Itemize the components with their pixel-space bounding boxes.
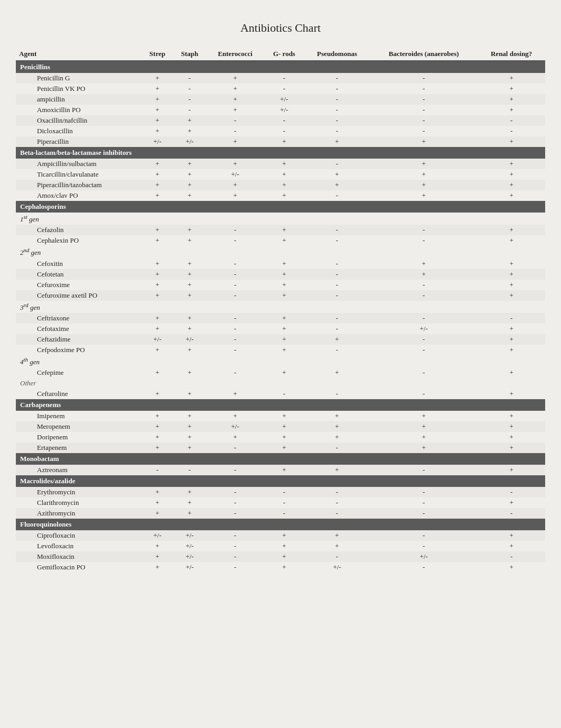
cell-strep: + [142, 73, 173, 84]
cell-strep: + [142, 126, 173, 136]
cell-pseudo: - [304, 84, 370, 94]
cell-pseudo: - [304, 290, 370, 301]
cell-bact: - [370, 367, 478, 378]
cell-pseudo: - [304, 126, 370, 136]
cell-bact: +/- [370, 551, 478, 562]
cell-grods: - [264, 126, 304, 136]
cell-bact: - [370, 235, 478, 246]
cell-grods: + [264, 313, 304, 324]
cell-entero: - [206, 269, 264, 280]
table-row: Doripenem+++++++ [16, 432, 545, 443]
cell-agent: Cefepime [16, 367, 142, 378]
cell-pseudo: - [304, 324, 370, 334]
cell-grods: +/- [264, 105, 304, 115]
cell-bact: - [370, 465, 478, 475]
cell-strep: + [142, 497, 173, 508]
cell-bact: - [370, 115, 478, 126]
cell-bact: + [370, 259, 478, 269]
cell-agent: Clarithromycin [16, 497, 142, 508]
cell-bact: + [370, 432, 478, 443]
cell-grods: + [264, 465, 304, 475]
cell-agent: Cefuroxime [16, 280, 142, 290]
antibiotics-table: Agent Strep Staph Enterococci G- rods Ps… [16, 48, 545, 573]
cell-agent: Penicillin VK PO [16, 84, 142, 94]
cell-entero: + [206, 73, 264, 84]
cell-agent: Cefotaxime [16, 324, 142, 334]
cell-renal: + [478, 190, 545, 201]
cell-renal: - [478, 313, 545, 324]
cell-entero: - [206, 345, 264, 355]
cell-pseudo: + [304, 432, 370, 443]
cell-strep: + [142, 269, 173, 280]
col-enterococci: Enterococci [206, 48, 264, 61]
col-agent: Agent [16, 48, 142, 61]
cell-bact: +/- [370, 324, 478, 334]
cell-bact: - [370, 94, 478, 105]
cell-staph: + [173, 190, 207, 201]
col-renal: Renal dosing? [478, 48, 545, 61]
other-label-row: Other [16, 378, 545, 389]
cell-grods: + [264, 541, 304, 551]
table-row: Cefazolin++-+--+ [16, 225, 545, 235]
cell-pseudo: - [304, 235, 370, 246]
cell-staph: +/- [173, 562, 207, 573]
subcat-row: 4th gen [16, 355, 545, 367]
cell-pseudo: - [304, 345, 370, 355]
cell-agent: Cefazolin [16, 225, 142, 235]
cell-entero: - [206, 541, 264, 551]
cell-renal: + [478, 169, 545, 180]
cell-grods: + [264, 443, 304, 453]
cell-renal: + [478, 105, 545, 115]
cell-staph: + [173, 324, 207, 334]
cell-staph: + [173, 411, 207, 421]
cell-bact: - [370, 345, 478, 355]
table-row: Azithromycin++----- [16, 508, 545, 519]
cell-staph: + [173, 421, 207, 432]
cell-entero: - [206, 497, 264, 508]
cell-bact: + [370, 421, 478, 432]
cell-staph: + [173, 269, 207, 280]
col-strep: Strep [142, 48, 173, 61]
cell-entero: + [206, 105, 264, 115]
cell-strep: + [142, 345, 173, 355]
cell-renal: + [478, 159, 545, 169]
cell-bact: - [370, 562, 478, 573]
cell-renal: + [478, 465, 545, 475]
cell-staph: +/- [173, 551, 207, 562]
cell-staph: + [173, 115, 207, 126]
cell-renal: + [478, 541, 545, 551]
cell-entero: - [206, 367, 264, 378]
cell-grods: + [264, 225, 304, 235]
category-row: Fluoroquinolones [16, 519, 545, 530]
cell-renal: + [478, 324, 545, 334]
table-row: Meropenem+++/-++++ [16, 421, 545, 432]
cell-grods: + [264, 367, 304, 378]
cell-staph: + [173, 389, 207, 399]
cell-bact: + [370, 169, 478, 180]
cell-renal: + [478, 259, 545, 269]
cell-grods: + [264, 432, 304, 443]
cell-entero: - [206, 465, 264, 475]
cell-pseudo: + [304, 421, 370, 432]
cell-entero: +/- [206, 169, 264, 180]
cell-entero: + [206, 136, 264, 147]
cell-strep: + [142, 159, 173, 169]
cell-bact: - [370, 280, 478, 290]
cell-entero: - [206, 508, 264, 519]
cell-staph: + [173, 313, 207, 324]
cell-grods: + [264, 551, 304, 562]
table-row: Ceftriaxone++-+--- [16, 313, 545, 324]
col-staph: Staph [173, 48, 207, 61]
cell-agent: Amox/clav PO [16, 190, 142, 201]
table-row: Clarithromycin++----+ [16, 497, 545, 508]
cell-agent: Oxacillin/nafcillin [16, 115, 142, 126]
table-row: Ticarcillin/clavulanate+++/-++++ [16, 169, 545, 180]
cell-pseudo: - [304, 225, 370, 235]
cell-grods: + [264, 259, 304, 269]
cell-entero: + [206, 432, 264, 443]
category-row: Carbapenems [16, 399, 545, 411]
table-row: Cefotetan++-+-++ [16, 269, 545, 280]
table-row: Ertapenem++-+-++ [16, 443, 545, 453]
cell-staph: + [173, 487, 207, 497]
table-row: Piperacillin+/-+/-+++++ [16, 136, 545, 147]
